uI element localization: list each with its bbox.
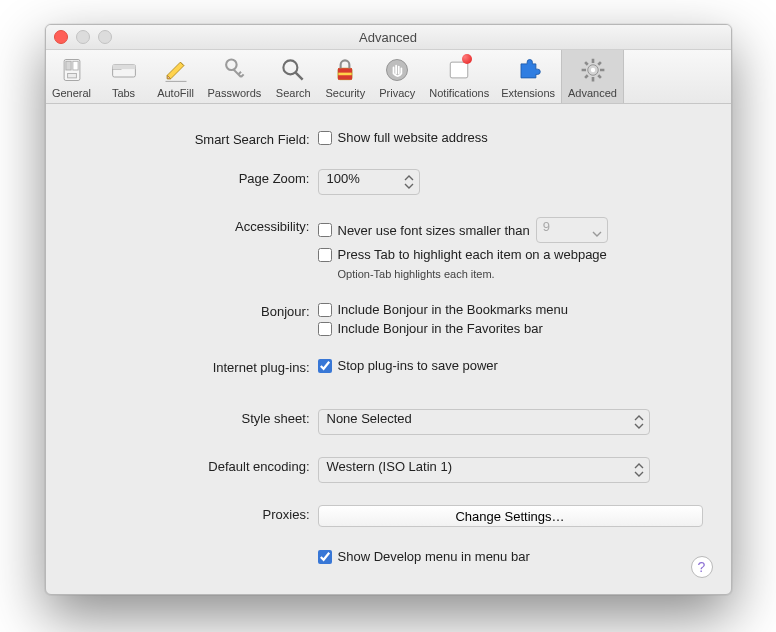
tb-label: Search [276,87,311,99]
cb-bonjour-bookmarks-input[interactable] [318,303,332,317]
label-smart-search: Smart Search Field: [74,130,318,147]
cb-bonjour-favorites-input[interactable] [318,322,332,336]
tb-label: Security [325,87,365,99]
cb-bonjour-favorites[interactable]: Include Bonjour in the Favorites bar [318,321,703,336]
tb-advanced[interactable]: Advanced [561,50,624,103]
gear-icon [578,55,608,85]
tb-label: Extensions [501,87,555,99]
tb-general[interactable]: General [46,50,98,103]
tb-tabs[interactable]: Tabs [98,50,150,103]
close-icon[interactable] [54,30,68,44]
titlebar: Advanced [46,25,731,50]
preferences-window: Advanced General Tabs AutoFill Passwords [45,24,732,595]
cb-develop-menu-label: Show Develop menu in menu bar [338,549,530,564]
tb-label: Advanced [568,87,617,99]
tb-label: Passwords [208,87,262,99]
toolbar: General Tabs AutoFill Passwords Search [46,50,731,104]
tb-label: Notifications [429,87,489,99]
tabs-icon [109,55,139,85]
tb-privacy[interactable]: Privacy [371,50,423,103]
cb-show-full-address-input[interactable] [318,131,332,145]
tb-search[interactable]: Search [267,50,319,103]
cb-press-tab-input[interactable] [318,248,332,262]
cb-font-size-label: Never use font sizes smaller than [338,223,530,238]
svg-point-7 [284,60,298,74]
search-icon [278,55,308,85]
cb-stop-plugins-label: Stop plug-ins to save power [338,358,498,373]
cb-font-size-input[interactable] [318,223,332,237]
switch-icon [57,55,87,85]
tb-notifications[interactable]: Notifications [423,50,495,103]
svg-line-20 [585,75,588,78]
svg-rect-12 [451,62,469,78]
svg-rect-9 [338,68,352,72]
svg-point-6 [227,60,238,71]
cb-develop-menu-input[interactable] [318,550,332,564]
cb-press-tab-label: Press Tab to highlight each item on a we… [338,247,607,262]
svg-line-18 [585,62,588,65]
label-page-zoom: Page Zoom: [74,169,318,186]
cb-stop-plugins[interactable]: Stop plug-ins to save power [318,358,703,373]
svg-rect-3 [67,74,76,78]
hand-icon [382,55,412,85]
label-style-sheet: Style sheet: [74,409,318,426]
cb-bonjour-bookmarks-label: Include Bonjour in the Bookmarks menu [338,302,569,317]
label-plugins: Internet plug-ins: [74,358,318,375]
svg-rect-1 [65,61,70,70]
label-proxies: Proxies: [74,505,318,522]
zoom-icon[interactable] [98,30,112,44]
window-controls [54,30,112,44]
select-page-zoom[interactable]: 100% [318,169,420,195]
cb-bonjour-favorites-label: Include Bonjour in the Favorites bar [338,321,543,336]
content-pane: Smart Search Field: Show full website ad… [46,104,731,594]
select-style-sheet[interactable]: None Selected [318,409,650,435]
tb-autofill[interactable]: AutoFill [150,50,202,103]
select-encoding[interactable]: Western (ISO Latin 1) [318,457,650,483]
lock-icon [330,55,360,85]
tb-passwords[interactable]: Passwords [202,50,268,103]
cb-press-tab[interactable]: Press Tab to highlight each item on a we… [318,247,703,262]
cb-show-full-address[interactable]: Show full website address [318,130,703,145]
notification-icon [444,55,474,85]
help-button[interactable]: ? [691,556,713,578]
tb-security[interactable]: Security [319,50,371,103]
svg-line-21 [598,62,601,65]
button-change-settings[interactable]: Change Settings… [318,505,703,527]
label-accessibility: Accessibility: [74,217,318,234]
svg-rect-2 [72,61,77,70]
label-encoding: Default encoding: [74,457,318,474]
cb-develop-menu[interactable]: Show Develop menu in menu bar [318,549,703,564]
cb-stop-plugins-input[interactable] [318,359,332,373]
pencil-icon [161,55,191,85]
svg-line-19 [598,75,601,78]
tb-extensions[interactable]: Extensions [495,50,561,103]
hint-option-tab: Option-Tab highlights each item. [338,268,703,280]
cb-show-full-address-label: Show full website address [338,130,488,145]
tb-label: AutoFill [157,87,194,99]
key-icon [219,55,249,85]
svg-point-22 [590,68,594,72]
tb-label: General [52,87,91,99]
cb-bonjour-bookmarks[interactable]: Include Bonjour in the Bookmarks menu [318,302,703,317]
tb-label: Privacy [379,87,415,99]
label-bonjour: Bonjour: [74,302,318,319]
window-title: Advanced [46,30,731,45]
tb-label: Tabs [112,87,135,99]
svg-rect-10 [338,75,352,79]
select-min-font-size[interactable]: 9 [536,217,608,243]
minimize-icon[interactable] [76,30,90,44]
svg-rect-5 [112,65,135,69]
puzzle-icon [513,55,543,85]
